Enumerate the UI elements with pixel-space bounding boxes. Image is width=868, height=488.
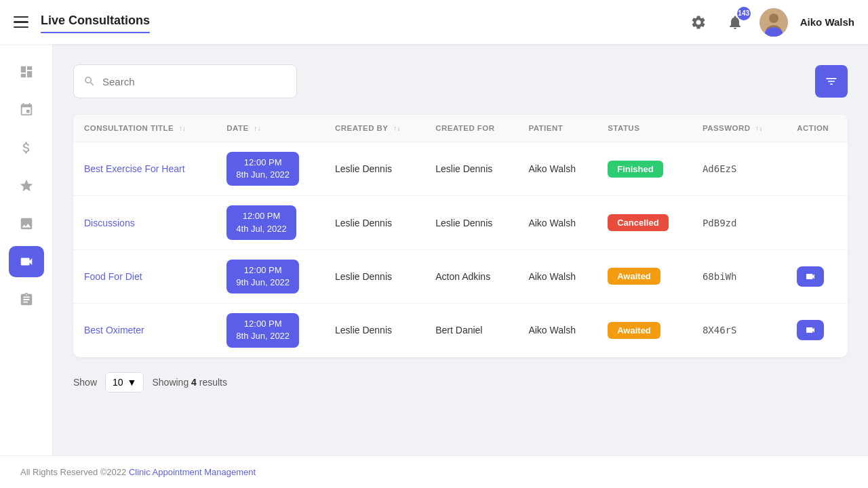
status-badge: Awaited: [608, 268, 660, 285]
cell-patient: Aiko Walsh: [517, 196, 597, 249]
layout: CONSULTATION TITLE ↑↓ DATE ↑↓ CREATED BY…: [0, 44, 868, 455]
footer-link[interactable]: Clinic Appointment Management: [129, 467, 256, 477]
table-row: Discussions 12:00 PM4th Jul, 2022 Leslie…: [73, 196, 848, 249]
cell-created-for: Leslie Dennis: [425, 196, 517, 249]
cell-created-for: Acton Adkins: [425, 249, 517, 303]
sidebar: [0, 44, 53, 455]
sidebar-item-schedule[interactable]: [9, 284, 44, 315]
cell-created-for: Bert Daniel: [425, 304, 517, 357]
cell-title: Food For Diet: [73, 249, 216, 303]
header: Live Consultations 143 Aiko Walsh: [0, 0, 868, 44]
header-left: Live Consultations: [14, 14, 150, 30]
video-call-button[interactable]: [797, 320, 824, 340]
search-wrapper: [73, 64, 297, 98]
user-name: Aiko Walsh: [800, 16, 854, 28]
col-header-patient: PATIENT: [517, 115, 597, 142]
cell-date: 12:00 PM9th Jun, 2022: [216, 249, 324, 303]
sidebar-item-calendar[interactable]: [9, 94, 44, 125]
date-badge: 12:00 PM8th Jun, 2022: [226, 313, 299, 347]
col-header-status: STATUS: [597, 115, 692, 142]
hamburger-icon[interactable]: [14, 16, 28, 28]
sidebar-item-media[interactable]: [9, 208, 44, 239]
sidebar-item-finance[interactable]: [9, 132, 44, 163]
cell-title: Best Exercise For Heart: [73, 142, 216, 196]
cell-created-for: Leslie Dennis: [425, 142, 517, 196]
status-badge: Finished: [608, 161, 663, 178]
cell-date: 12:00 PM4th Jul, 2022: [216, 196, 324, 249]
status-badge: Awaited: [608, 322, 660, 339]
cell-password: Ad6EzS: [692, 142, 786, 196]
col-header-date[interactable]: DATE ↑↓: [216, 115, 324, 142]
cell-password: 8X46rS: [692, 304, 786, 357]
cell-status: Awaited: [597, 304, 692, 357]
notification-badge: 143: [737, 7, 751, 20]
cell-action: [786, 142, 848, 196]
toolbar: [73, 64, 848, 98]
footer-copy: All Rights Reserved ©2022: [20, 467, 126, 477]
cell-action: [786, 196, 848, 249]
filter-button[interactable]: [815, 65, 848, 98]
col-header-action: ACTION: [786, 115, 848, 142]
header-right: 143 Aiko Walsh: [686, 8, 854, 37]
chevron-down-icon: ▼: [127, 377, 137, 388]
col-header-created-by[interactable]: CREATED BY ↑↓: [324, 115, 425, 142]
cell-date: 12:00 PM8th Jun, 2022: [216, 142, 324, 196]
table-row: Best Exercise For Heart 12:00 PM8th Jun,…: [73, 142, 848, 196]
cell-patient: Aiko Walsh: [517, 304, 597, 357]
cell-created-by: Leslie Dennis: [324, 304, 425, 357]
sidebar-item-video[interactable]: [9, 246, 44, 277]
svg-point-1: [769, 14, 778, 23]
show-label: Show: [73, 377, 97, 388]
consultation-link[interactable]: Best Exercise For Heart: [84, 163, 185, 174]
gear-icon[interactable]: [686, 10, 711, 35]
consultation-link[interactable]: Discussions: [84, 218, 135, 228]
cell-created-by: Leslie Dennis: [324, 249, 425, 303]
table-row: Best Oximeter 12:00 PM8th Jun, 2022 Lesl…: [73, 304, 848, 357]
showing-text: Showing 4 results: [152, 377, 227, 388]
cell-action: [786, 249, 848, 303]
col-header-created-for: CREATED FOR: [425, 115, 517, 142]
video-call-button[interactable]: [797, 266, 824, 287]
cell-password: 68biWh: [692, 249, 786, 303]
cell-status: Awaited: [597, 249, 692, 303]
search-icon: [83, 75, 96, 87]
cell-status: Cancelled: [597, 196, 692, 249]
pagination-row: Show 10 ▼ Showing 4 results: [73, 372, 848, 392]
consultation-link[interactable]: Best Oximeter: [84, 325, 144, 336]
consultations-table: CONSULTATION TITLE ↑↓ DATE ↑↓ CREATED BY…: [73, 115, 848, 357]
cell-created-by: Leslie Dennis: [324, 142, 425, 196]
search-input[interactable]: [102, 76, 287, 87]
sidebar-item-favorites[interactable]: [9, 170, 44, 201]
table-row: Food For Diet 12:00 PM9th Jun, 2022 Lesl…: [73, 249, 848, 303]
status-badge: Cancelled: [608, 214, 668, 231]
filter-icon: [825, 75, 838, 88]
show-select[interactable]: 10 ▼: [105, 372, 144, 392]
footer: All Rights Reserved ©2022 Clinic Appoint…: [0, 455, 868, 488]
avatar: [760, 8, 788, 37]
bell-wrapper: 143: [723, 10, 747, 35]
show-value: 10: [113, 377, 123, 388]
cell-password: PdB9zd: [692, 196, 786, 249]
consultation-link[interactable]: Food For Diet: [84, 271, 142, 282]
cell-patient: Aiko Walsh: [517, 249, 597, 303]
cell-title: Best Oximeter: [73, 304, 216, 357]
main-content: CONSULTATION TITLE ↑↓ DATE ↑↓ CREATED BY…: [53, 44, 868, 455]
cell-patient: Aiko Walsh: [517, 142, 597, 196]
page-title: Live Consultations: [41, 14, 150, 30]
date-badge: 12:00 PM8th Jun, 2022: [226, 152, 299, 186]
cell-status: Finished: [597, 142, 692, 196]
col-header-password[interactable]: PASSWORD ↑↓: [692, 115, 786, 142]
video-call-icon: [805, 325, 816, 336]
table-header-row: CONSULTATION TITLE ↑↓ DATE ↑↓ CREATED BY…: [73, 115, 848, 142]
cell-date: 12:00 PM8th Jun, 2022: [216, 304, 324, 357]
sidebar-item-dashboard[interactable]: [9, 56, 44, 87]
cell-title: Discussions: [73, 196, 216, 249]
cell-created-by: Leslie Dennis: [324, 196, 425, 249]
cell-action: [786, 304, 848, 357]
date-badge: 12:00 PM9th Jun, 2022: [226, 260, 299, 293]
date-badge: 12:00 PM4th Jul, 2022: [226, 205, 296, 239]
col-header-title[interactable]: CONSULTATION TITLE ↑↓: [73, 115, 216, 142]
video-call-icon: [805, 271, 816, 282]
